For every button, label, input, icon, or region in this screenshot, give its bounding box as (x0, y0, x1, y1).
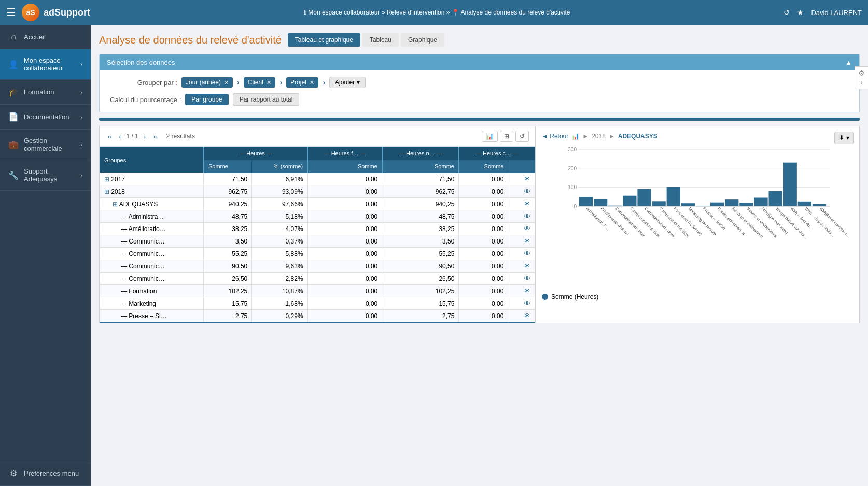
sidebar-item-label: Support Adequasys (24, 167, 75, 183)
sidebar-item-formation[interactable]: 🎓 Formation › (0, 80, 91, 105)
table-scroll[interactable]: Groupes — Heures — — Heures f… — — Heure… (100, 147, 535, 323)
last-page-button[interactable]: » (151, 132, 159, 141)
cell-v2: 1,68% (252, 297, 307, 310)
svg-rect-32 (754, 198, 767, 207)
sidebar-item-support-adequasys[interactable]: 🔧 Support Adequasys › (0, 160, 91, 191)
topbar: ☰ aS adSupport ℹ Mon espace collaborateu… (0, 0, 868, 25)
sidebar-item-documentation[interactable]: 📄 Documentation › (0, 105, 91, 130)
tag-remove-icon[interactable]: ✕ (224, 79, 229, 86)
eye-button[interactable]: 👁 (524, 225, 530, 233)
tab-graphique[interactable]: Graphique (401, 33, 444, 47)
data-divider (99, 118, 860, 121)
chart-company[interactable]: ADEQUASYS (618, 133, 657, 140)
columns-button[interactable]: ⊞ (500, 131, 513, 142)
sidebar-item-accueil[interactable]: ⌂ Accueil (0, 25, 91, 49)
tab-tableau[interactable]: Tableau (362, 33, 399, 47)
prev-page-button[interactable]: ‹ (117, 132, 123, 141)
sidebar-preferences[interactable]: ⚙ Préférences menu (0, 461, 91, 486)
table-row: — Communic…55,255,88%0,0055,250,00👁 (100, 248, 535, 260)
download-icon: ⬇ (839, 134, 844, 141)
table-body: ⊞ 201771,506,91%0,0071,500,00👁⊞ 2018962,… (100, 173, 535, 323)
menu-icon[interactable]: ☰ (6, 6, 16, 19)
eye-button[interactable]: 👁 (524, 299, 530, 307)
cell-eye: 👁 (508, 235, 535, 248)
expand-icon[interactable]: ⊞ (113, 201, 118, 208)
dash-icon: — (121, 250, 127, 258)
svg-rect-38 (798, 202, 811, 206)
collapse-icon[interactable]: ▲ (845, 59, 852, 66)
table-row: ⊞ 2018962,7593,09%0,00962,750,00👁 (100, 185, 535, 198)
cell-v3: 0,00 (307, 285, 382, 297)
history-icon[interactable]: ↺ (783, 8, 790, 17)
pct-par-rapport[interactable]: Par rapport au total (233, 93, 300, 106)
eye-button[interactable]: 👁 (524, 200, 530, 208)
cell-v4: 962,75 (382, 185, 459, 198)
sidebar-item-mon-espace[interactable]: 👤 Mon espace collaborateur › (0, 49, 91, 80)
cell-eye: 👁 (508, 297, 535, 310)
eye-button[interactable]: 👁 (524, 262, 530, 270)
svg-rect-10 (594, 199, 607, 206)
chevron-down-icon: ▾ (357, 79, 360, 86)
eye-button[interactable]: 👁 (524, 212, 530, 220)
eye-button[interactable]: 👁 (524, 275, 530, 282)
cell-v5: 0,00 (459, 185, 508, 198)
star-icon[interactable]: ★ (797, 8, 804, 17)
eye-button[interactable]: 👁 (524, 287, 530, 295)
eye-button[interactable]: 👁 (524, 312, 530, 320)
chart-download-button[interactable]: ⬇ ▾ (834, 132, 854, 144)
eye-button[interactable]: 👁 (524, 237, 530, 245)
cell-v3: 0,00 (307, 273, 382, 285)
cell-v2: 5,18% (252, 210, 307, 223)
expand-icon[interactable]: ⊞ (104, 176, 109, 183)
add-grouper-button[interactable]: Ajouter ▾ (329, 77, 366, 88)
cell-v4: 3,50 (382, 235, 459, 248)
dash-icon: — (121, 213, 127, 220)
svg-text:Stratégie marketing: Stratégie marketing (760, 206, 789, 235)
page-info: 1 / 1 (127, 133, 138, 140)
breadcrumb: ℹ Mon espace collaborateur » Relevé d'in… (96, 9, 777, 16)
collapse-right-button[interactable]: › (858, 78, 865, 87)
refresh-button[interactable]: ↺ (515, 131, 529, 142)
cell-v3: 0,00 (307, 185, 382, 198)
filter-icon-button[interactable]: ⚙ (858, 69, 865, 77)
sidebar-bottom: ⚙ Préférences menu (0, 461, 91, 486)
eye-button[interactable]: 👁 (524, 175, 530, 183)
cell-v4: 38,25 (382, 223, 459, 235)
page-title: Analyse de données du relevé d'activité (99, 34, 282, 46)
cell-v4: 90,50 (382, 260, 459, 273)
tag-remove-icon[interactable]: ✕ (310, 79, 314, 86)
formation-icon: 🎓 (8, 87, 19, 97)
export-button[interactable]: 📊 (482, 131, 498, 142)
expand-icon[interactable]: ⊞ (104, 188, 109, 195)
next-page-button[interactable]: › (142, 132, 148, 141)
eye-button[interactable]: 👁 (524, 188, 530, 195)
first-page-button[interactable]: « (106, 132, 114, 141)
doc-icon: 📄 (8, 112, 19, 122)
tag-client[interactable]: Client ✕ (244, 77, 276, 88)
cell-v5: 0,00 (459, 198, 508, 210)
tag-projet[interactable]: Projet ✕ (286, 77, 318, 88)
cell-v3: 0,00 (307, 198, 382, 210)
gear-icon: ⚙ (8, 468, 19, 478)
eye-button[interactable]: 👁 (524, 250, 530, 258)
cell-v5: 0,00 (459, 235, 508, 248)
cell-v3: 0,00 (307, 297, 382, 310)
chart-back-link[interactable]: ◄ Retour (542, 133, 568, 140)
cell-eye: 👁 (508, 198, 535, 210)
sidebar-item-gestion-commerciale[interactable]: 💼 Gestion commerciale › (0, 130, 91, 160)
pct-par-groupe[interactable]: Par groupe (185, 94, 228, 105)
table-row: — Marketing15,751,68%0,0015,750,00👁 (100, 297, 535, 310)
table-row: — Communic…3,500,37%0,003,500,00👁 (100, 235, 535, 248)
table-row: ⊞ 201771,506,91%0,0071,500,00👁 (100, 173, 535, 185)
cell-v2: 0,29% (252, 310, 307, 323)
footer-v1: 1 034,25 (204, 322, 252, 323)
grouper-row: Grouper par : Jour (année) ✕ › Client ✕ … (110, 77, 849, 88)
cell-v2: 0,37% (252, 235, 307, 248)
tab-tableau-graphique[interactable]: Tableau et graphique (288, 33, 360, 47)
chart-year[interactable]: 2018 (592, 133, 606, 140)
tag-jour-annee[interactable]: Jour (année) ✕ (181, 77, 233, 88)
legend-dot (542, 294, 548, 300)
svg-rect-14 (623, 196, 636, 206)
tag-remove-icon[interactable]: ✕ (267, 79, 271, 86)
data-table: Groupes — Heures — — Heures f… — — Heure… (100, 147, 535, 323)
